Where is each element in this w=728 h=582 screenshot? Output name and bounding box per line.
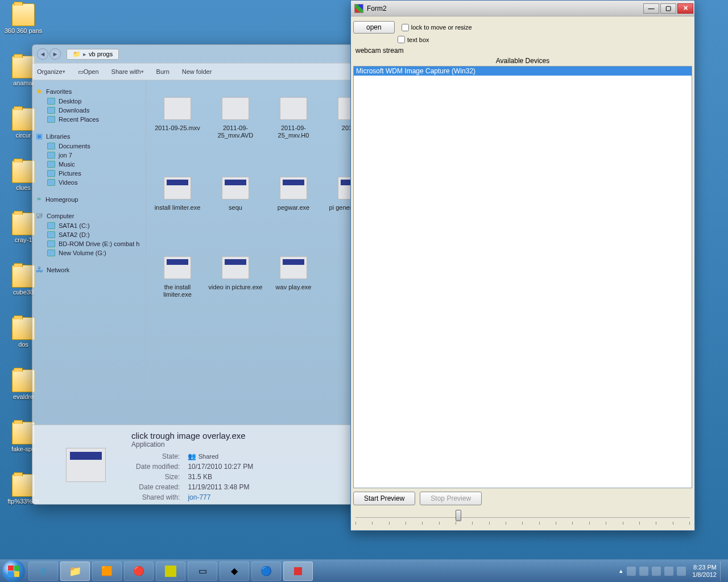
network-icon: 🖧 bbox=[36, 265, 43, 274]
open-button[interactable]: ▭ Open bbox=[78, 68, 99, 76]
file-item[interactable]: wav play.exe bbox=[264, 245, 322, 325]
nav-item[interactable]: Downloads bbox=[35, 106, 143, 115]
taskbar-chrome[interactable]: 🔴 bbox=[124, 562, 154, 581]
folder-icon bbox=[12, 317, 35, 340]
nav-favorites[interactable]: ★Favorites bbox=[36, 87, 143, 95]
close-button[interactable]: ✕ bbox=[677, 3, 693, 14]
exe-icon bbox=[66, 448, 106, 482]
nav-item[interactable]: BD-ROM Drive (E:) combat h bbox=[35, 239, 143, 248]
lock-checkbox[interactable]: lock to move or resize bbox=[402, 24, 472, 31]
start-preview-button[interactable]: Start Preview bbox=[353, 492, 415, 505]
path-segment[interactable]: vb progs bbox=[89, 51, 113, 57]
tray-icon[interactable] bbox=[627, 567, 636, 576]
tray-flag-icon[interactable] bbox=[652, 567, 661, 576]
recent-icon bbox=[47, 116, 55, 123]
nav-pane[interactable]: ★Favorites Desktop Downloads Recent Plac… bbox=[32, 80, 146, 425]
file-item[interactable]: sequ bbox=[206, 165, 264, 245]
form2-titlebar[interactable]: Form2 — ▢ ✕ bbox=[351, 1, 694, 16]
documents-icon bbox=[47, 143, 55, 149]
taskbar-app[interactable]: ◆ bbox=[220, 562, 249, 581]
nav-item[interactable]: Music bbox=[35, 160, 143, 169]
homegroup-icon: ⚭ bbox=[36, 195, 42, 203]
nav-item[interactable]: Desktop bbox=[35, 97, 143, 106]
folder-icon bbox=[12, 369, 35, 392]
downloads-icon bbox=[47, 107, 55, 114]
open-icon: ▭ bbox=[78, 68, 84, 76]
nav-item[interactable]: Pictures bbox=[35, 169, 143, 178]
nav-item[interactable]: jon 7 bbox=[35, 151, 143, 160]
nav-computer[interactable]: 🖳Computer bbox=[36, 211, 143, 220]
nav-item[interactable]: New Volume (G:) bbox=[35, 248, 143, 257]
drive-icon bbox=[47, 222, 55, 229]
folder-icon bbox=[12, 213, 35, 235]
forward-button[interactable]: ► bbox=[49, 48, 61, 60]
exe-icon bbox=[280, 256, 307, 279]
file-item[interactable]: pegwar.exe bbox=[264, 165, 322, 245]
taskbar[interactable]: e 📁 🟧 🔴 ▭ ◆ 🔵 ▴ 8:23 PM 1/8/2012 bbox=[0, 559, 728, 582]
app-icon: 🟧 bbox=[101, 566, 113, 576]
textbox-checkbox[interactable]: text box bbox=[398, 36, 429, 43]
taskbar-app[interactable] bbox=[156, 562, 185, 581]
share-with-menu[interactable]: Share with bbox=[111, 68, 144, 75]
exe-icon bbox=[222, 177, 249, 199]
nav-item[interactable]: SATA1 (C:) bbox=[35, 221, 143, 230]
app-icon: 🔵 bbox=[260, 566, 272, 576]
new-folder-button[interactable]: New folder bbox=[182, 68, 212, 75]
nav-libraries[interactable]: ▣Libraries bbox=[36, 132, 143, 140]
taskbar-app[interactable]: 🔵 bbox=[251, 562, 281, 581]
details-thumbnail bbox=[40, 431, 131, 498]
file-icon bbox=[164, 97, 191, 120]
webcam-stream-label: webcam stream bbox=[353, 45, 692, 56]
taskbar-explorer[interactable]: 📁 bbox=[60, 562, 90, 581]
file-item[interactable]: the install limiter.exe bbox=[148, 245, 206, 325]
pictures-icon bbox=[47, 170, 55, 177]
details-properties: State:👥 Shared Date modified:10/17/2010 … bbox=[131, 451, 258, 503]
folder-icon bbox=[12, 474, 35, 497]
show-desktop-button[interactable] bbox=[720, 562, 726, 581]
device-item-selected[interactable]: Microsoft WDM Image Capture (Win32) bbox=[354, 66, 692, 76]
folder-icon bbox=[12, 108, 35, 131]
taskbar-app[interactable]: 🟧 bbox=[92, 562, 122, 581]
tray-chevron-icon[interactable]: ▴ bbox=[619, 567, 623, 575]
system-tray[interactable]: ▴ 8:23 PM 1/8/2012 bbox=[619, 562, 726, 581]
device-listbox[interactable]: Microsoft WDM Image Capture (Win32) bbox=[353, 66, 692, 488]
tray-volume-icon[interactable] bbox=[677, 567, 686, 576]
maximize-button[interactable]: ▢ bbox=[660, 3, 676, 14]
taskbar-ie[interactable]: e bbox=[28, 562, 58, 581]
address-bar[interactable]: 📁 ▸ vb progs bbox=[67, 49, 119, 60]
taskbar-form2[interactable] bbox=[283, 562, 313, 581]
nav-item[interactable]: Recent Places bbox=[35, 115, 143, 124]
nav-item[interactable]: Videos bbox=[35, 178, 143, 187]
stop-preview-button[interactable]: Stop Preview bbox=[420, 492, 482, 505]
taskbar-app[interactable]: ▭ bbox=[188, 562, 217, 581]
tray-action-center-icon[interactable] bbox=[664, 567, 673, 576]
minimize-button[interactable]: — bbox=[643, 3, 659, 14]
form2-window[interactable]: Form2 — ▢ ✕ open lock to move or resize … bbox=[350, 0, 695, 531]
slider-thumb[interactable] bbox=[456, 510, 461, 521]
nav-homegroup[interactable]: ⚭Homegroup bbox=[36, 195, 143, 203]
form-icon bbox=[294, 567, 302, 575]
open-button[interactable]: open bbox=[353, 21, 395, 34]
folder-icon bbox=[12, 160, 35, 183]
nav-item[interactable]: Documents bbox=[35, 142, 143, 151]
folder-icon: 📁 bbox=[73, 51, 81, 58]
slider-track bbox=[355, 517, 690, 518]
burn-button[interactable]: Burn bbox=[156, 68, 169, 75]
file-item[interactable]: video in picture.exe bbox=[206, 245, 264, 325]
drive-icon bbox=[47, 231, 55, 238]
tray-clock[interactable]: 8:23 PM 1/8/2012 bbox=[692, 564, 717, 577]
file-item[interactable]: 2011-09-25.mxv bbox=[148, 86, 206, 165]
slider[interactable] bbox=[355, 509, 690, 526]
app-icon bbox=[165, 566, 176, 577]
file-item[interactable]: 2011-09-25_mxv.H0 bbox=[264, 86, 322, 165]
nav-item[interactable]: SATA2 (D:) bbox=[35, 230, 143, 239]
file-item[interactable]: 2011-09-25_mxv.AVD bbox=[206, 86, 264, 165]
tray-icon[interactable] bbox=[639, 567, 648, 576]
file-item[interactable]: install limiter.exe bbox=[148, 165, 206, 245]
back-button[interactable]: ◄ bbox=[37, 48, 48, 60]
organize-menu[interactable]: Organize bbox=[37, 68, 65, 75]
exe-icon bbox=[280, 177, 307, 199]
nav-network[interactable]: 🖧Network bbox=[36, 265, 143, 274]
folder-icon bbox=[12, 265, 35, 288]
start-button[interactable] bbox=[2, 560, 25, 583]
